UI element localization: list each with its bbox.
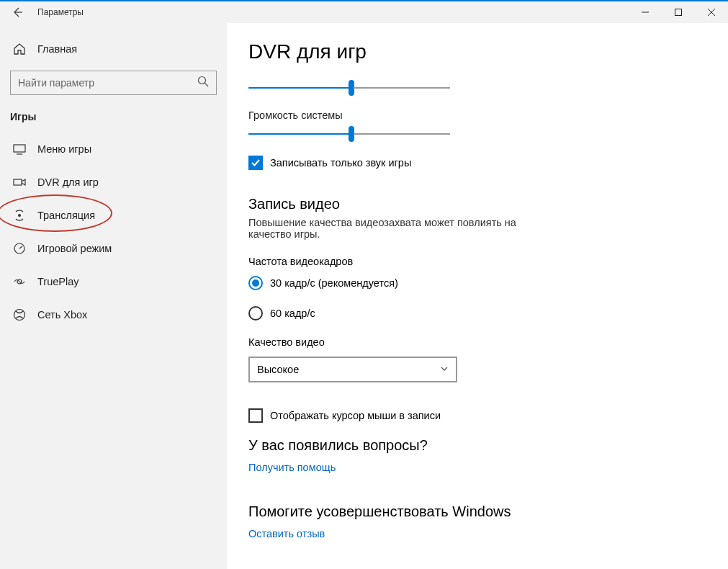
home-label: Главная <box>37 43 77 55</box>
sidebar-item-label: Сеть Xbox <box>37 309 87 321</box>
search-icon <box>197 76 209 90</box>
record-game-audio-checkbox[interactable]: Записывать только звук игры <box>248 156 699 170</box>
sidebar-item-trueplay[interactable]: TruePlay <box>0 265 227 298</box>
checkbox-unchecked-icon <box>248 408 263 423</box>
feedback-link[interactable]: Оставить отзыв <box>248 528 325 539</box>
svg-point-9 <box>18 214 21 217</box>
radio-label: 30 кадр/с (рекомендуется) <box>270 277 398 289</box>
maximize-button[interactable] <box>662 1 695 23</box>
show-cursor-checkbox[interactable]: Отображать курсор мыши в записи <box>248 408 699 423</box>
framerate-label: Частота видеокадров <box>248 256 699 267</box>
radio-unselected-icon <box>248 306 263 321</box>
svg-line-11 <box>19 246 22 248</box>
sidebar: Главная Игры Меню игры DVR для игр Транс… <box>0 23 227 569</box>
sidebar-item-game-bar[interactable]: Меню игры <box>0 133 227 166</box>
video-section-heading: Запись видео <box>248 196 699 212</box>
page-title: DVR для игр <box>248 40 699 63</box>
sidebar-item-game-mode[interactable]: Игровой режим <box>0 232 227 265</box>
quality-label: Качество видео <box>248 336 699 348</box>
svg-line-5 <box>205 84 209 87</box>
home-button[interactable]: Главная <box>0 36 227 62</box>
select-value: Высокое <box>257 364 440 375</box>
radio-label: 60 кадр/с <box>270 308 315 319</box>
radio-30fps[interactable]: 30 кадр/с (рекомендуется) <box>248 276 699 290</box>
video-section-description: Повышение качества видеозахвата может по… <box>248 217 551 240</box>
questions-heading: У вас появились вопросы? <box>248 437 699 454</box>
search-field[interactable] <box>18 77 197 89</box>
chevron-down-icon <box>440 363 449 376</box>
svg-rect-1 <box>675 9 682 16</box>
search-input[interactable] <box>10 71 217 95</box>
back-button[interactable] <box>0 1 35 23</box>
sidebar-item-game-dvr[interactable]: DVR для игр <box>0 166 227 199</box>
minimize-button[interactable] <box>629 1 662 23</box>
checkbox-checked-icon <box>248 156 263 170</box>
checkbox-label: Записывать только звук игры <box>270 157 411 169</box>
svg-point-13 <box>14 310 25 321</box>
mic-volume-slider[interactable] <box>248 81 450 95</box>
xbox-icon <box>13 308 26 321</box>
titlebar: Параметры <box>0 1 728 23</box>
gauge-icon <box>13 242 26 255</box>
quality-select[interactable]: Высокое <box>248 357 457 382</box>
category-header: Игры <box>0 111 227 122</box>
system-volume-label: Громкость системы <box>248 109 699 121</box>
monitor-icon <box>13 143 26 156</box>
arrow-left-icon <box>12 6 23 18</box>
sidebar-item-broadcasting[interactable]: Трансляция <box>0 199 227 232</box>
improve-heading: Помогите усовершенствовать Windows <box>248 503 699 520</box>
checkbox-label: Отображать курсор мыши в записи <box>270 410 441 421</box>
sidebar-item-label: Игровой режим <box>37 243 112 254</box>
window-title: Параметры <box>37 7 84 17</box>
content-area: DVR для игр Громкость системы Записывать… <box>227 23 728 569</box>
sidebar-item-label: Трансляция <box>37 210 95 221</box>
sidebar-item-label: TruePlay <box>37 276 78 287</box>
svg-rect-6 <box>14 145 25 152</box>
dvr-icon <box>13 176 26 189</box>
radio-60fps[interactable]: 60 кадр/с <box>248 306 699 321</box>
sidebar-item-label: Меню игры <box>37 143 91 155</box>
broadcast-icon <box>13 209 26 222</box>
get-help-link[interactable]: Получить помощь <box>248 462 336 473</box>
svg-point-4 <box>199 77 206 84</box>
trueplay-icon <box>13 275 26 288</box>
sidebar-item-xbox-networking[interactable]: Сеть Xbox <box>0 298 227 331</box>
system-volume-slider[interactable] <box>248 127 450 141</box>
close-button[interactable] <box>695 1 728 23</box>
svg-rect-8 <box>14 179 22 185</box>
home-icon <box>13 42 26 55</box>
sidebar-item-label: DVR для игр <box>37 176 99 188</box>
radio-selected-icon <box>248 276 263 290</box>
